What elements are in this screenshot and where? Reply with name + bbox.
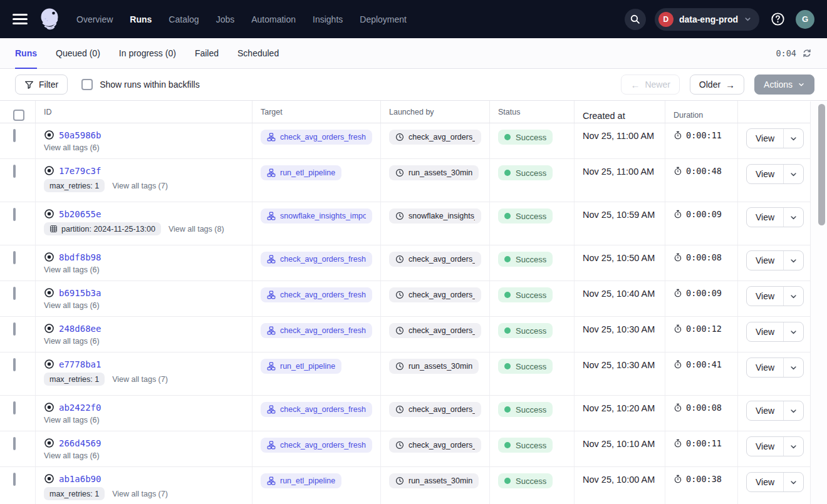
view-all-tags-link[interactable]: View all tags (6) xyxy=(44,451,100,460)
row-checkbox[interactable] xyxy=(13,437,16,450)
launched-by-pill[interactable]: run_assets_30min xyxy=(389,165,479,180)
run-id-link[interactable]: ab1a6b90 xyxy=(59,474,101,484)
target-pill[interactable]: check_avg_orders_freshne xyxy=(261,252,372,267)
tab-failed[interactable]: Failed xyxy=(195,38,219,68)
run-id-link[interactable]: 50a5986b xyxy=(59,130,101,140)
row-checkbox[interactable] xyxy=(13,208,16,221)
row-checkbox[interactable] xyxy=(13,165,16,178)
help-button[interactable] xyxy=(768,10,787,29)
select-all-checkbox[interactable] xyxy=(13,110,24,121)
user-avatar[interactable]: G xyxy=(796,10,814,29)
target-pill[interactable]: run_etl_pipeline xyxy=(261,359,341,374)
tab-runs[interactable]: Runs xyxy=(15,38,37,68)
target-pill[interactable]: check_avg_orders_freshne xyxy=(261,287,372,302)
nav-item-catalog[interactable]: Catalog xyxy=(169,14,199,24)
view-all-tags-link[interactable]: View all tags (7) xyxy=(112,375,168,384)
duration-group: 0:00:08 xyxy=(674,252,729,262)
launched-by-pill[interactable]: check_avg_orders_f… xyxy=(389,287,481,302)
run-id-link[interactable]: ab2422f0 xyxy=(59,403,101,413)
launched-by-pill[interactable]: check_avg_orders_f… xyxy=(389,130,481,145)
view-button-group: View xyxy=(746,401,804,421)
launched-by-pill[interactable]: run_assets_30min xyxy=(389,473,479,488)
run-id-link[interactable]: e7778ba1 xyxy=(59,359,101,369)
target-pill[interactable]: run_etl_pipeline xyxy=(261,473,341,488)
view-dropdown-button[interactable] xyxy=(784,401,803,420)
run-id-link[interactable]: 248d68ee xyxy=(59,324,101,334)
view-dropdown-button[interactable] xyxy=(784,287,803,306)
row-checkbox[interactable] xyxy=(13,287,16,300)
target-pill[interactable]: check_avg_orders_freshne xyxy=(261,438,372,453)
row-checkbox[interactable] xyxy=(13,322,16,336)
runs-toolbar: Filter Show runs within backfills ← Newe… xyxy=(0,69,827,100)
launched-by-pill[interactable]: check_avg_orders_f… xyxy=(389,323,481,338)
view-button[interactable]: View xyxy=(747,287,784,306)
workspace-switcher[interactable]: D data-eng-prod xyxy=(655,8,759,31)
launched-by-pill[interactable]: check_avg_orders_f… xyxy=(389,252,481,267)
nav-item-insights[interactable]: Insights xyxy=(313,14,343,24)
view-button[interactable]: View xyxy=(747,401,784,420)
tab-queued[interactable]: Queued (0) xyxy=(56,38,100,68)
refresh-timer-group: 0:04 xyxy=(776,48,812,58)
target-pill[interactable]: check_avg_orders_freshne xyxy=(261,402,372,417)
nav-item-overview[interactable]: Overview xyxy=(76,14,113,24)
tab-scheduled[interactable]: Scheduled xyxy=(237,38,279,68)
nav-item-jobs[interactable]: Jobs xyxy=(216,14,235,24)
target-pill[interactable]: check_avg_orders_freshne xyxy=(261,130,372,145)
view-button[interactable]: View xyxy=(747,322,784,341)
target-pill[interactable]: run_etl_pipeline xyxy=(261,165,341,180)
launched-by-pill[interactable]: snowflake_insights_… xyxy=(389,208,481,224)
actions-button[interactable]: Actions xyxy=(754,75,814,95)
view-dropdown-button[interactable] xyxy=(784,208,803,227)
tab-in-progress[interactable]: In progress (0) xyxy=(119,38,176,68)
view-all-tags-link[interactable]: View all tags (7) xyxy=(112,490,168,498)
launched-by-pill[interactable]: check_avg_orders_f… xyxy=(389,402,481,417)
run-id-link[interactable]: 17e79c3f xyxy=(59,166,101,176)
view-all-tags-link[interactable]: View all tags (7) xyxy=(112,182,168,190)
nav-item-deployment[interactable]: Deployment xyxy=(360,14,407,24)
refresh-icon[interactable] xyxy=(802,48,812,58)
view-button[interactable]: View xyxy=(747,473,784,491)
menu-hamburger-icon[interactable] xyxy=(13,14,28,24)
view-dropdown-button[interactable] xyxy=(784,437,803,456)
target-pill[interactable]: snowflake_insights_import xyxy=(261,208,372,224)
view-all-tags-link[interactable]: View all tags (6) xyxy=(44,143,100,152)
view-button[interactable]: View xyxy=(747,251,784,270)
view-dropdown-button[interactable] xyxy=(784,358,803,377)
row-checkbox[interactable] xyxy=(13,401,16,414)
view-all-tags-link[interactable]: View all tags (6) xyxy=(44,301,100,310)
view-button[interactable]: View xyxy=(747,437,784,456)
view-dropdown-button[interactable] xyxy=(784,165,803,183)
row-checkbox[interactable] xyxy=(13,251,16,264)
nav-item-runs[interactable]: Runs xyxy=(130,14,152,24)
view-dropdown-button[interactable] xyxy=(784,251,803,270)
run-id-link[interactable]: 8bdf8b98 xyxy=(59,252,101,262)
view-button[interactable]: View xyxy=(747,208,784,227)
run-id-link[interactable]: b6915b3a xyxy=(59,288,101,298)
launched-by-pill[interactable]: run_assets_30min xyxy=(389,359,479,374)
nav-item-automation[interactable]: Automation xyxy=(251,14,296,24)
backfills-checkbox[interactable] xyxy=(81,79,93,90)
view-dropdown-button[interactable] xyxy=(784,322,803,341)
view-dropdown-button[interactable] xyxy=(784,473,803,491)
view-button[interactable]: View xyxy=(747,129,784,148)
older-button[interactable]: Older → xyxy=(690,75,744,95)
run-id-link[interactable]: 5b20655e xyxy=(59,209,101,219)
view-all-tags-link[interactable]: View all tags (6) xyxy=(44,337,100,346)
scrollbar-thumb[interactable] xyxy=(818,104,825,225)
dagster-logo[interactable] xyxy=(36,5,63,34)
view-dropdown-button[interactable] xyxy=(784,129,803,148)
run-id-link[interactable]: 266d4569 xyxy=(59,438,101,448)
view-all-tags-link[interactable]: View all tags (8) xyxy=(169,225,224,234)
row-checkbox[interactable] xyxy=(13,358,16,371)
view-all-tags-link[interactable]: View all tags (6) xyxy=(44,416,100,424)
view-button[interactable]: View xyxy=(747,165,784,183)
row-checkbox[interactable] xyxy=(13,129,16,142)
newer-button[interactable]: ← Newer xyxy=(621,75,679,95)
filter-button[interactable]: Filter xyxy=(15,75,68,95)
target-pill[interactable]: check_avg_orders_freshne xyxy=(261,323,372,338)
search-button[interactable] xyxy=(625,9,646,30)
view-all-tags-link[interactable]: View all tags (6) xyxy=(44,265,100,274)
row-checkbox[interactable] xyxy=(13,473,16,486)
view-button[interactable]: View xyxy=(747,358,784,377)
launched-by-pill[interactable]: check_avg_orders_f… xyxy=(389,438,481,453)
